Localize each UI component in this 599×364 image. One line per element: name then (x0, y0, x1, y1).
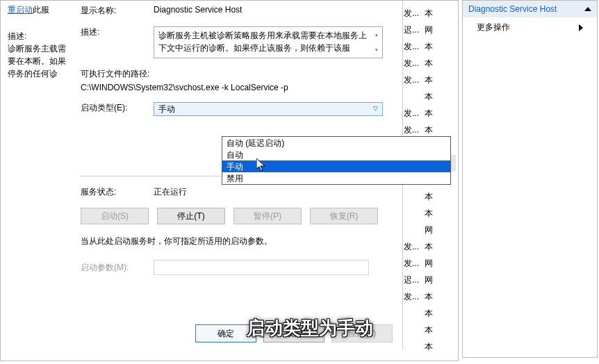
service-row[interactable]: 本 (404, 322, 456, 338)
service-row[interactable]: 发...本 (404, 288, 456, 305)
more-actions-item[interactable]: 更多操作 (463, 17, 597, 38)
resume-button: 恢复(R) (310, 208, 378, 224)
description-textbox[interactable]: 诊断服务主机被诊断策略服务用来承载需要在本地服务上下文中运行的诊断。如果停止该服… (154, 26, 383, 58)
service-row[interactable]: 发...本 (404, 72, 456, 88)
startup-hint-text: 当从此处启动服务时，你可指定所适用的启动参数。 (81, 235, 391, 247)
service-status-value: 正在运行 (154, 186, 391, 198)
service-row[interactable]: 发...本 (404, 55, 456, 72)
scroll-up-icon[interactable]: ▴ (372, 28, 381, 41)
chevron-right-icon (579, 24, 583, 31)
description-label: 描述: (81, 26, 154, 58)
scroll-down-icon[interactable]: ▾ (372, 44, 381, 56)
dropdown-option-disabled[interactable]: 禁用 (222, 172, 450, 184)
startup-type-selected: 手动 (158, 104, 175, 115)
actions-panel-title: Diagnostic Service Host (468, 1, 557, 17)
service-row[interactable]: 本 (404, 205, 456, 222)
exe-path-label: 可执行文件的路径: (81, 68, 391, 80)
startup-params-input (154, 260, 369, 275)
dropdown-option-auto-delayed[interactable]: 自动 (延迟启动) (222, 137, 450, 149)
stop-button[interactable]: 停止(T) (157, 208, 225, 224)
video-caption: 启动类型为手动 (247, 316, 373, 340)
service-row[interactable]: 本 (404, 338, 456, 355)
service-row[interactable]: 网 (404, 222, 456, 238)
service-row[interactable]: 本 (404, 188, 456, 205)
service-row[interactable]: 发...网 (404, 255, 456, 272)
left-service-panel: 重启动此服 描述: 诊断服务主载需要在本断。如果停务的任何诊 (8, 1, 70, 80)
exe-path-value: C:\WINDOWS\System32\svchost.exe -k Local… (81, 83, 391, 92)
dropdown-option-manual[interactable]: 手动 (222, 160, 450, 172)
start-button: 启动(S) (81, 208, 149, 224)
service-row[interactable]: 迟...网 (404, 272, 456, 288)
service-row[interactable]: 迟...网 (404, 22, 456, 38)
service-row[interactable]: 发...本 (404, 105, 456, 122)
service-status-label: 服务状态: (81, 186, 154, 198)
service-properties-dialog: 显示名称: Diagnostic Service Host 描述: 诊断服务主机… (69, 1, 403, 349)
collapse-icon[interactable] (584, 7, 591, 11)
display-name-label: 显示名称: (81, 5, 154, 17)
service-row[interactable]: 本 (404, 88, 456, 105)
description-scrollbar[interactable]: ▴ ▾ (372, 28, 381, 56)
actions-panel: Diagnostic Service Host 更多操作 (462, 0, 598, 358)
description-value: 诊断服务主机被诊断策略服务用来承载需要在本地服务上下文中运行的诊断。如果停止该服… (158, 31, 367, 53)
display-name-value: Diagnostic Service Host (154, 5, 391, 17)
service-row[interactable]: 发...本 (404, 238, 456, 255)
left-desc-body: 诊断服务主载需要在本断。如果停务的任何诊 (8, 44, 66, 78)
service-row[interactable]: 发...本 (404, 38, 456, 55)
more-actions-label: 更多操作 (477, 22, 510, 33)
restart-link[interactable]: 重启动 (8, 5, 33, 15)
startup-type-select[interactable]: 手动 ▽ (154, 102, 383, 116)
service-row[interactable]: 发...本 (404, 5, 456, 22)
startup-type-dropdown[interactable]: 自动 (延迟启动) 自动 手动 禁用 (222, 136, 451, 185)
restart-suffix: 此服 (33, 5, 49, 15)
dropdown-option-auto[interactable]: 自动 (222, 149, 450, 160)
pause-button: 暂停(P) (233, 208, 302, 224)
actions-panel-header[interactable]: Diagnostic Service Host (463, 1, 597, 17)
left-desc-heading: 描述: (8, 31, 26, 41)
startup-params-label: 启动参数(M): (81, 262, 154, 274)
service-row[interactable]: 本 (404, 305, 456, 322)
chevron-down-icon: ▽ (373, 105, 378, 112)
startup-type-label: 启动类型(E): (81, 102, 154, 116)
